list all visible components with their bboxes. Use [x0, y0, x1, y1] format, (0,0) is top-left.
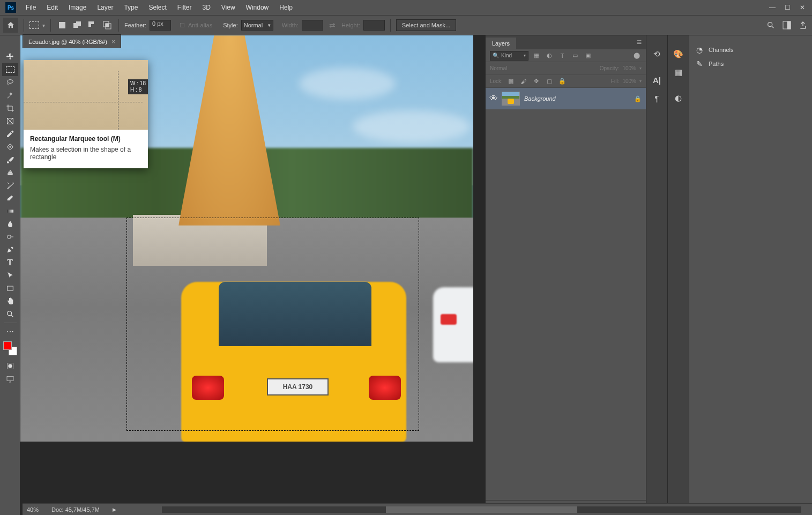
- type-tool[interactable]: T: [2, 256, 18, 269]
- filter-pixel-icon[interactable]: ▦: [532, 51, 541, 61]
- clone-stamp-tool[interactable]: [2, 166, 18, 179]
- edit-toolbar-icon[interactable]: ⋯: [2, 325, 18, 338]
- filter-smart-icon[interactable]: ▣: [583, 51, 593, 61]
- intersect-selection-icon[interactable]: [101, 19, 113, 31]
- color-swatches[interactable]: [3, 341, 17, 355]
- fill-value[interactable]: 100%: [622, 78, 636, 84]
- filter-shape-icon[interactable]: ▭: [570, 51, 580, 61]
- pen-tool[interactable]: [2, 243, 18, 256]
- anti-alias-label: Anti-alias: [188, 22, 212, 28]
- subtract-selection-icon[interactable]: [86, 19, 98, 31]
- opacity-value[interactable]: 100%: [622, 65, 636, 71]
- blend-mode-select[interactable]: Normal: [490, 65, 507, 71]
- brush-tool[interactable]: [2, 153, 18, 166]
- new-selection-icon[interactable]: [56, 19, 68, 31]
- swatches-icon[interactable]: ▦: [672, 65, 686, 79]
- marquee-tool-indicator-icon[interactable]: [29, 21, 39, 29]
- lock-all-icon[interactable]: 🔒: [557, 77, 567, 86]
- horizontal-scrollbar[interactable]: [162, 506, 801, 513]
- menu-window[interactable]: Window: [241, 4, 274, 11]
- lock-position-icon[interactable]: ✥: [532, 77, 541, 86]
- document-tab[interactable]: Ecuador.jpg @ 40% (RGB/8#) ×: [23, 34, 121, 48]
- height-input: [363, 20, 385, 31]
- style-select[interactable]: Normal▾: [241, 20, 273, 31]
- eraser-tool[interactable]: [2, 192, 18, 205]
- layer-filter-kind[interactable]: 🔍 Kind▾: [490, 51, 528, 61]
- canvas-area[interactable]: HAA 1730 W : 18H : 8 Rectangular Marquee…: [20, 35, 485, 515]
- path-selection-tool[interactable]: [2, 269, 18, 282]
- paths-panel-button[interactable]: ✎ Paths: [689, 57, 812, 71]
- svg-point-15: [7, 235, 11, 239]
- menu-3d[interactable]: 3D: [197, 4, 215, 11]
- lock-transparency-icon[interactable]: ▩: [506, 77, 516, 86]
- menu-filter[interactable]: Filter: [172, 4, 197, 11]
- menu-type[interactable]: Type: [118, 4, 143, 11]
- filter-toggle-icon[interactable]: ⬤: [632, 51, 642, 61]
- svg-point-17: [7, 311, 11, 316]
- paragraph-icon[interactable]: ¶: [650, 91, 664, 105]
- svg-point-8: [768, 23, 772, 27]
- magic-wand-tool[interactable]: [2, 89, 18, 102]
- marquee-tool[interactable]: [2, 63, 18, 76]
- character-icon[interactable]: A|: [650, 73, 664, 87]
- menu-help[interactable]: Help: [274, 4, 298, 11]
- rectangle-tool[interactable]: [2, 282, 18, 295]
- layer-background[interactable]: 👁 Background 🔒: [486, 88, 646, 109]
- crop-tool[interactable]: [2, 102, 18, 115]
- menu-view[interactable]: View: [216, 4, 241, 11]
- blur-tool[interactable]: [2, 218, 18, 230]
- close-tab-icon[interactable]: ×: [111, 38, 115, 46]
- home-button[interactable]: [3, 18, 18, 33]
- feather-input[interactable]: 0 px: [150, 20, 171, 31]
- panel-menu-icon[interactable]: ≡: [632, 35, 646, 49]
- doc-info-chevron-icon[interactable]: ▶: [113, 507, 116, 512]
- zoom-tool[interactable]: [2, 308, 18, 320]
- gradient-tool[interactable]: [2, 205, 18, 218]
- filter-type-icon[interactable]: T: [557, 51, 567, 61]
- doc-size[interactable]: Doc: 45,7M/45,7M: [51, 506, 100, 513]
- menu-edit[interactable]: Edit: [41, 4, 63, 11]
- svg-rect-0: [59, 22, 65, 28]
- menu-layer[interactable]: Layer: [92, 4, 118, 11]
- layers-panel: Layers ≡ 🔍 Kind▾ ▦ ◐ T ▭ ▣ ⬤ Normal Opac…: [485, 35, 646, 515]
- marquee-selection[interactable]: [126, 218, 419, 431]
- history-brush-tool[interactable]: [2, 179, 18, 192]
- quick-mask-icon[interactable]: [2, 360, 18, 372]
- share-icon[interactable]: [797, 19, 809, 31]
- screen-mode-icon[interactable]: [2, 372, 18, 385]
- adjustments-icon[interactable]: ◐: [672, 91, 686, 105]
- workspace-icon[interactable]: [781, 19, 793, 31]
- filter-adjustment-icon[interactable]: ◐: [545, 51, 554, 61]
- add-selection-icon[interactable]: [71, 19, 83, 31]
- spot-healing-tool[interactable]: [2, 140, 18, 153]
- menu-image[interactable]: Image: [63, 4, 92, 11]
- lock-pixels-icon[interactable]: 🖌: [519, 77, 528, 86]
- window-close-icon[interactable]: ✕: [795, 2, 810, 13]
- lasso-tool[interactable]: [2, 76, 18, 89]
- foreground-color[interactable]: [3, 341, 12, 350]
- svg-rect-2: [76, 21, 81, 26]
- move-tool[interactable]: [2, 50, 18, 63]
- frame-tool[interactable]: [2, 115, 18, 128]
- select-and-mask-button[interactable]: Select and Mask...: [396, 19, 457, 31]
- layer-thumbnail[interactable]: [502, 92, 520, 106]
- menu-select[interactable]: Select: [143, 4, 172, 11]
- search-icon[interactable]: [765, 19, 777, 31]
- window-maximize-icon[interactable]: ☐: [780, 2, 795, 13]
- window-minimize-icon[interactable]: —: [765, 2, 780, 13]
- hand-tool[interactable]: [2, 295, 18, 308]
- visibility-icon[interactable]: 👁: [490, 95, 497, 102]
- layers-tab[interactable]: Layers: [486, 38, 516, 49]
- lock-icon[interactable]: 🔒: [634, 95, 642, 102]
- dodge-tool[interactable]: [2, 230, 18, 243]
- channels-icon: ◔: [695, 45, 704, 55]
- color-icon[interactable]: 🎨: [672, 47, 686, 61]
- menu-bar: Ps File Edit Image Layer Type Select Fil…: [0, 0, 812, 15]
- layer-name[interactable]: Background: [524, 95, 630, 102]
- lock-artboard-icon[interactable]: ▢: [545, 77, 554, 86]
- zoom-level[interactable]: 40%: [27, 506, 39, 513]
- channels-panel-button[interactable]: ◔ Channels: [689, 43, 812, 57]
- history-icon[interactable]: ⟲: [650, 47, 664, 61]
- eyedropper-tool[interactable]: [2, 128, 18, 140]
- menu-file[interactable]: File: [20, 4, 41, 11]
